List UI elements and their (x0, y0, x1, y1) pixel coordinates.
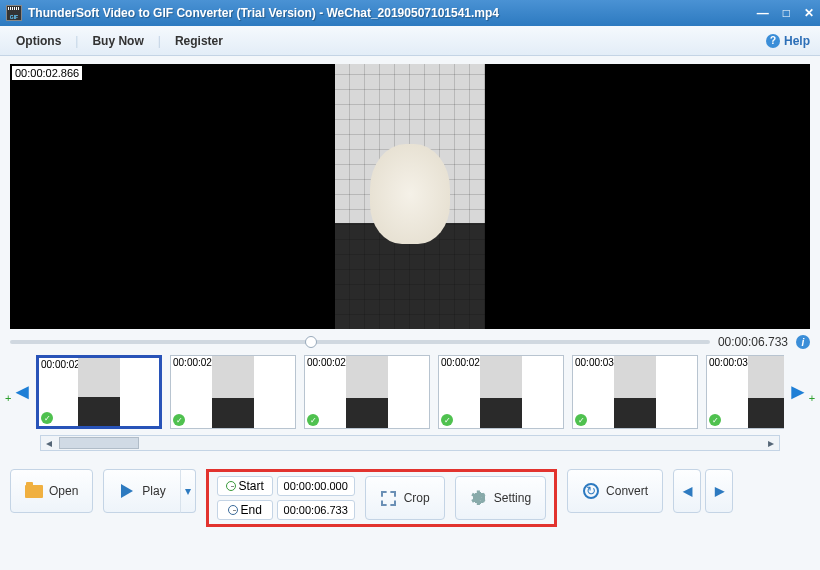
setting-button[interactable]: Setting (455, 476, 546, 520)
status-ok-icon: ✓ (307, 414, 319, 426)
scroll-left-icon[interactable]: ◂ (41, 436, 57, 450)
close-button[interactable]: ✕ (804, 6, 814, 20)
prev-button[interactable]: ◀ (673, 469, 701, 513)
thumbs-prev-button[interactable]: +◄ (8, 355, 30, 429)
convert-icon (583, 483, 599, 499)
play-icon (121, 484, 133, 498)
play-button[interactable]: Play (103, 469, 180, 513)
status-ok-icon: ✓ (173, 414, 185, 426)
convert-button[interactable]: Convert (567, 469, 663, 513)
seek-thumb[interactable] (305, 336, 317, 348)
maximize-button[interactable]: □ (783, 6, 790, 20)
preview-frame (335, 64, 485, 329)
help-button[interactable]: ? Help (766, 34, 810, 48)
app-icon (6, 5, 22, 21)
thumbnail-strip: 00:00:02.866✓ 00:00:02.900✓ 00:00:02.933… (36, 355, 784, 429)
crop-button[interactable]: Crop (365, 476, 445, 520)
menu-buy-now[interactable]: Buy Now (86, 34, 149, 48)
thumb-1[interactable]: 00:00:02.900✓ (170, 355, 296, 429)
end-button[interactable]: End (217, 500, 273, 520)
minimize-button[interactable]: — (757, 6, 769, 20)
info-icon[interactable]: i (796, 335, 810, 349)
status-ok-icon: ✓ (41, 412, 53, 424)
menu-bar: Options | Buy Now | Register ? Help (0, 26, 820, 56)
status-ok-icon: ✓ (441, 414, 453, 426)
help-icon: ? (766, 34, 780, 48)
thumb-2[interactable]: 00:00:02.933✓ (304, 355, 430, 429)
end-value[interactable]: 00:00:06.733 (277, 500, 355, 520)
play-dropdown[interactable]: ▾ (180, 469, 196, 513)
window-title: ThunderSoft Video to GIF Converter (Tria… (28, 6, 757, 20)
thumb-4[interactable]: 00:00:03.000✓ (572, 355, 698, 429)
thumbs-next-button[interactable]: ►+ (790, 355, 812, 429)
next-button[interactable]: ▶ (705, 469, 733, 513)
video-preview[interactable]: 00:00:02.866 (10, 64, 810, 329)
thumb-0[interactable]: 00:00:02.866✓ (36, 355, 162, 429)
status-ok-icon: ✓ (575, 414, 587, 426)
crop-icon (381, 491, 396, 506)
start-value[interactable]: 00:00:00.000 (277, 476, 355, 496)
scroll-right-icon[interactable]: ▸ (763, 436, 779, 450)
folder-icon (25, 485, 43, 498)
gear-icon (471, 490, 487, 506)
highlighted-group: Start 00:00:00.000 End 00:00:06.733 Crop… (206, 469, 557, 527)
thumb-5[interactable]: 00:00:03.0✓ (706, 355, 784, 429)
scroll-handle[interactable] (59, 437, 139, 449)
menu-register[interactable]: Register (169, 34, 229, 48)
open-button[interactable]: Open (10, 469, 93, 513)
seek-slider[interactable] (10, 340, 710, 344)
title-bar: ThunderSoft Video to GIF Converter (Tria… (0, 0, 820, 26)
duration-label: 00:00:06.733 (718, 335, 788, 349)
clock-icon (226, 481, 236, 491)
toolbar: Open Play ▾ Start 00:00:00.000 End 00:00… (10, 465, 810, 531)
start-button[interactable]: Start (217, 476, 273, 496)
status-ok-icon: ✓ (709, 414, 721, 426)
clock-icon (228, 505, 238, 515)
menu-options[interactable]: Options (10, 34, 67, 48)
thumb-3[interactable]: 00:00:02.966✓ (438, 355, 564, 429)
thumbs-scrollbar[interactable]: ◂ ▸ (40, 435, 780, 451)
preview-timestamp: 00:00:02.866 (12, 66, 82, 80)
